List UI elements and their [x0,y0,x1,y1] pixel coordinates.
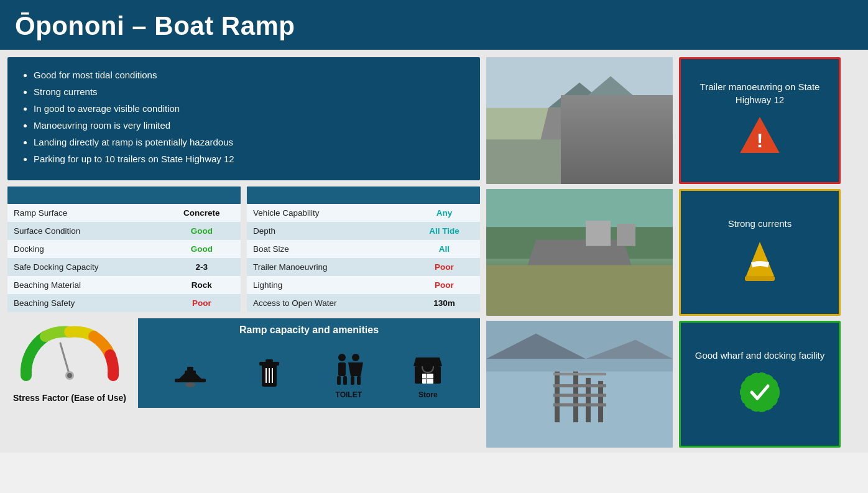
svg-text:!: ! [757,129,764,152]
row-label: Safe Docking Capacity [7,258,163,276]
table-row: Access to Open Water 130m [247,294,480,312]
summary-box: Good for most tidal conditions Strong cu… [7,57,480,180]
info-card-text: Strong currents [728,217,792,230]
summary-item: Manoeuvring room is very limited [34,119,466,132]
row-value: All Tide [409,222,480,240]
amenity-rubbish [251,355,288,395]
summary-list: Good for most tidal conditions Strong cu… [21,68,466,165]
cone-icon [740,239,780,288]
amenity-boat-ramp [172,355,209,395]
svg-rect-46 [553,384,606,387]
store-icon [409,351,446,388]
photo-2 [486,189,673,316]
row-label: Lighting [247,276,409,294]
photo-3 [486,321,673,448]
row-value: Poor [163,294,241,312]
table-row: Surface Condition Good [7,222,241,240]
table-row: Boat Size All [247,240,480,258]
left-table: Ramp Surface Concrete Surface Condition … [7,204,241,312]
page-header: Ōpononi – Boat Ramp [0,0,868,50]
info-card-currents: Strong currents [679,189,841,316]
svg-rect-43 [573,372,578,423]
info-card-text: Trailer manoeuvring on State Highway 12 [688,80,831,106]
table-row: Trailer Manoeuvring Poor [247,258,480,276]
amenity-toilet: TOILET [330,351,367,399]
row-value: Poor [409,258,480,276]
amenity-store: Store [409,351,446,399]
amenity-store-label: Store [418,390,438,399]
row-label: Boat Size [247,240,409,258]
row-label: Vehicle Capability [247,204,409,222]
summary-item: Strong currents [34,85,466,98]
bottom-row: Stress Factor (Ease of Use) Ramp capacit… [7,318,480,408]
svg-point-2 [67,373,72,378]
warning-icon: ! [738,115,782,162]
svg-rect-31 [486,140,673,184]
svg-rect-42 [555,372,560,423]
right-table-header [247,187,480,204]
row-label: Surface Condition [7,222,163,240]
gauge-label: Stress Factor (Ease of Use) [13,393,126,403]
svg-rect-49 [553,373,606,376]
row-label: Docking [7,240,163,258]
table-row: Depth All Tide [247,222,480,240]
photo-1 [486,57,673,184]
svg-point-14 [338,354,346,361]
svg-rect-10 [265,359,273,363]
right-table: Vehicle Capability Any Depth All Tide Bo… [247,204,480,312]
summary-item: Good for most tidal conditions [34,68,466,81]
rubbish-icon [251,355,288,392]
gauge-section: Stress Factor (Ease of Use) [7,318,132,408]
svg-rect-15 [338,362,346,376]
svg-rect-20 [351,376,354,385]
svg-rect-25 [422,378,433,379]
summary-item: Landing directly at ramp is potentially … [34,136,466,149]
row-value: Good [163,240,241,258]
photo-column [486,57,673,448]
row-label: Depth [247,222,409,240]
info-card-text: Good wharf and docking facility [695,349,824,362]
amenities-section: Ramp capacity and amenities [138,318,480,408]
info-card-trailer: Trailer manoeuvring on State Highway 12 … [679,57,841,184]
svg-rect-35 [486,265,673,316]
svg-rect-53 [745,276,775,281]
tables-row: Ramp Surface Concrete Surface Condition … [7,187,480,312]
row-value: 130m [409,294,480,312]
row-value: Rock [163,276,241,294]
toilet-icon [330,351,367,388]
info-card-wharf: Good wharf and docking facility [679,321,841,448]
row-value: All [409,240,480,258]
svg-point-7 [185,382,195,387]
page-title: Ōpononi – Boat Ramp [15,11,853,41]
left-column: Good for most tidal conditions Strong cu… [7,57,480,448]
amenities-header: Ramp capacity and amenities [138,318,480,342]
svg-rect-48 [553,403,606,407]
svg-rect-17 [343,376,347,385]
table-row: Beaching Safety Poor [7,294,241,312]
row-label: Trailer Manoeuvring [247,258,409,276]
svg-rect-16 [337,376,341,385]
row-label: Ramp Surface [7,204,163,222]
svg-rect-41 [486,372,673,448]
row-label: Access to Open Water [247,294,409,312]
row-value: Good [163,222,241,240]
boat-ramp-icon [172,355,209,392]
svg-line-0 [60,343,70,376]
row-value: Any [409,204,480,222]
table-row: Docking Good [7,240,241,258]
check-badge-icon [738,371,782,420]
info-cards-column: Trailer manoeuvring on State Highway 12 … [679,57,841,448]
svg-rect-21 [357,376,361,385]
svg-point-18 [352,354,359,361]
row-label: Beaching Safety [7,294,163,312]
svg-rect-6 [187,367,193,372]
svg-rect-29 [486,108,673,140]
table-row: Beaching Material Rock [7,276,241,294]
svg-rect-37 [617,224,635,246]
svg-marker-19 [348,362,363,376]
main-content: Good for most tidal conditions Strong cu… [0,50,868,453]
row-value: Concrete [163,204,241,222]
row-value: Poor [409,276,480,294]
left-table-section: Ramp Surface Concrete Surface Condition … [7,187,241,312]
left-table-header [7,187,241,204]
